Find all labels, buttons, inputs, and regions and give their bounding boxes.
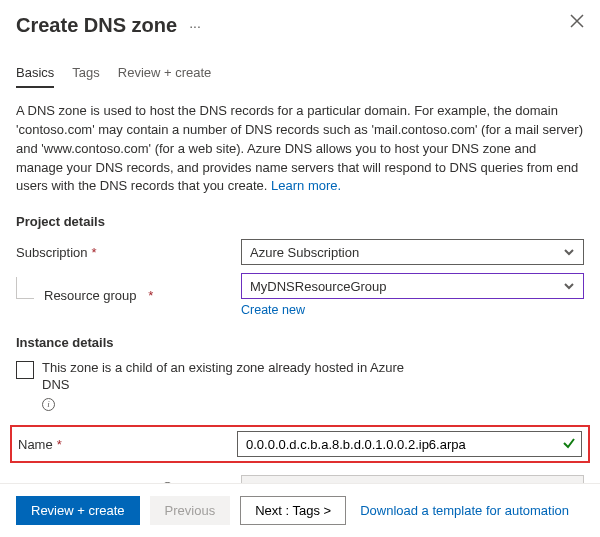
tab-tags[interactable]: Tags bbox=[72, 65, 99, 88]
tab-bar: Basics Tags Review + create bbox=[16, 65, 584, 88]
name-label: Name* bbox=[16, 437, 237, 452]
learn-more-link[interactable]: Learn more. bbox=[271, 178, 341, 193]
tab-basics[interactable]: Basics bbox=[16, 65, 54, 88]
description-text: A DNS zone is used to host the DNS recor… bbox=[16, 102, 584, 196]
more-menu[interactable]: ··· bbox=[189, 18, 201, 34]
info-icon[interactable]: i bbox=[42, 398, 55, 411]
check-icon bbox=[562, 436, 576, 453]
subscription-label: Subscription* bbox=[16, 245, 241, 260]
close-button[interactable] bbox=[570, 14, 584, 31]
chevron-down-icon bbox=[563, 280, 575, 292]
review-create-button[interactable]: Review + create bbox=[16, 496, 140, 525]
name-input[interactable] bbox=[237, 431, 582, 457]
name-row-highlight: Name* bbox=[10, 425, 590, 463]
previous-button: Previous bbox=[150, 496, 231, 525]
page-title: Create DNS zone bbox=[16, 14, 177, 37]
download-template-link[interactable]: Download a template for automation bbox=[360, 503, 569, 518]
subscription-select[interactable]: Azure Subscription bbox=[241, 239, 584, 265]
project-details-heading: Project details bbox=[16, 214, 584, 229]
child-zone-checkbox[interactable] bbox=[16, 361, 34, 379]
tab-review-create[interactable]: Review + create bbox=[118, 65, 212, 88]
next-button[interactable]: Next : Tags > bbox=[240, 496, 346, 525]
child-zone-label: This zone is a child of an existing zone… bbox=[42, 360, 422, 411]
resource-group-label: Resource group * bbox=[16, 288, 241, 303]
chevron-down-icon bbox=[563, 246, 575, 258]
resource-group-select[interactable]: MyDNSResourceGroup bbox=[241, 273, 584, 299]
create-new-link[interactable]: Create new bbox=[241, 303, 305, 317]
footer-bar: Review + create Previous Next : Tags > D… bbox=[0, 483, 600, 537]
close-icon bbox=[570, 16, 584, 31]
instance-details-heading: Instance details bbox=[16, 335, 584, 350]
